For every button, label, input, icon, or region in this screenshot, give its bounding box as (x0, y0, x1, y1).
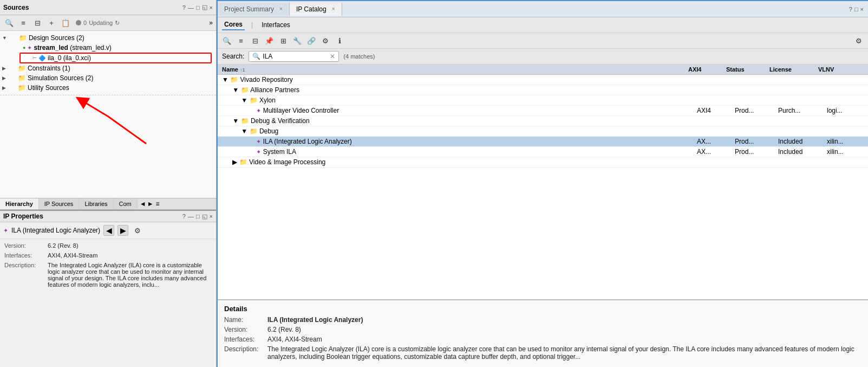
ip-prop-controls: ? — □ ◱ × (182, 213, 213, 220)
row-system-ila[interactable]: ✦ System ILA AX... Prod... Included xili… (218, 147, 868, 157)
ip-settings-gear[interactable]: ⚙ (853, 35, 865, 47)
details-name-value: ILA (Integrated Logic Analyzer) (267, 316, 862, 324)
properties-button[interactable]: 📋 (60, 17, 71, 29)
right-close-icon[interactable]: × (860, 6, 864, 12)
ip-version-label: Version: (4, 242, 48, 249)
status-dot-green: ● (23, 45, 25, 50)
ip-collapse-btn[interactable]: ≡ (235, 35, 247, 47)
tab-expand-icon[interactable]: ► (147, 200, 154, 208)
ip-interfaces-value: AXI4, AXI4-Stream (48, 252, 212, 259)
row-video-image[interactable]: ▶ 📁 Video & Image Processing (218, 157, 868, 168)
search-clear-icon[interactable]: ✕ (330, 53, 335, 60)
row-xylon[interactable]: ▼ 📁 Xylon (218, 95, 868, 106)
help-icon[interactable]: ? (182, 4, 186, 11)
ip-interfaces-row: Interfaces: AXI4, AXI4-Stream (4, 252, 212, 259)
sim-sources-arrow[interactable]: ▶ (2, 75, 6, 81)
status-indicator: 0 Updating ↻ (76, 20, 120, 27)
restore-icon[interactable]: □ (196, 4, 200, 11)
ip-close-icon[interactable]: × (210, 213, 213, 220)
simulation-sources-group[interactable]: ▶ 📁 Simulation Sources (2) (0, 73, 216, 83)
video-image-name: ▶ 📁 Video & Image Processing (218, 158, 695, 166)
row-debug-verification[interactable]: ▼ 📁 Debug & Verification (218, 116, 868, 126)
system-ila-name: ✦ System ILA (218, 148, 695, 156)
multilayer-name: ✦ Multilayer Video Controller (218, 107, 695, 114)
ip-description-label: Description: (4, 262, 48, 268)
tab-more-icon[interactable]: ◄ (140, 200, 146, 208)
ip-float-icon[interactable]: ◱ (202, 213, 207, 220)
refresh-icon[interactable]: ↻ (115, 20, 120, 27)
constraints-group[interactable]: ▶ 📁 Constraints (1) (0, 63, 216, 73)
row-alliance-partners[interactable]: ▼ 📁 Alliance Partners (218, 85, 868, 95)
video-image-label: Video & Image Processing (249, 158, 325, 166)
more-icon[interactable]: » (209, 19, 213, 27)
debug-ver-label: Debug & Verification (251, 117, 310, 125)
status-dot (76, 20, 81, 25)
ip-expand-btn[interactable]: ⊟ (249, 35, 261, 47)
collapse-all-button[interactable]: ≡ (17, 17, 29, 29)
design-sources-arrow[interactable]: ▼ (2, 35, 7, 41)
right-restore-icon[interactable]: □ (854, 6, 858, 12)
tab-com[interactable]: Com (114, 198, 138, 209)
tab-bar: Hierarchy IP Sources Libraries Com ◄ ► ≡ (0, 198, 216, 210)
ila0-item[interactable]: ⊢ 🔷 ila_0 (ila_0.xci) (19, 53, 212, 63)
multilayer-status: Prod... (733, 107, 776, 114)
ip-search-btn[interactable]: 🔍 (221, 35, 233, 47)
match-count: (4 matches) (343, 53, 375, 60)
ip-minimize-icon[interactable]: — (188, 213, 194, 220)
row-debug[interactable]: ▼ 📁 Debug (218, 126, 868, 137)
tab-ip-sources[interactable]: IP Sources (39, 198, 80, 209)
row-multilayer[interactable]: ✦ Multilayer Video Controller AXI4 Prod.… (218, 106, 868, 116)
ip-settings-btn[interactable]: ⚙ (132, 224, 143, 236)
expand-all-button[interactable]: ⊟ (31, 17, 43, 29)
tab-ip-catalog-close[interactable]: × (332, 6, 335, 12)
right-help-icon[interactable]: ? (849, 6, 852, 12)
ip-restore-icon[interactable]: □ (196, 213, 200, 220)
utility-sources-arrow[interactable]: ▶ (2, 85, 6, 91)
details-name-label: Name: (224, 316, 267, 324)
utility-sources-group[interactable]: ▶ 📁 Utility Sources (0, 83, 216, 93)
ip-search-input[interactable] (263, 53, 328, 60)
ip-link-btn[interactable]: 🔗 (305, 35, 317, 47)
status-count: 0 (83, 20, 87, 26)
ip-wrench-btn[interactable]: 🔧 (291, 35, 303, 47)
xylon-label: Xylon (259, 96, 276, 104)
ip-nav-back[interactable]: ◀ (103, 225, 114, 236)
ip-interfaces-label: Interfaces: (4, 252, 48, 259)
ip-grid-btn[interactable]: ⊞ (277, 35, 289, 47)
xylon-folder-icon: 📁 (250, 96, 259, 104)
ip-prop-item-row: ✦ ILA (Integrated Logic Analyzer) ◀ ▶ ⚙ (0, 222, 216, 239)
row-ila[interactable]: ✦ ILA (Integrated Logic Analyzer) AX... … (218, 137, 868, 147)
ip-pin-btn[interactable]: 📌 (263, 35, 275, 47)
tab-project-summary-close[interactable]: × (279, 6, 283, 12)
stream-led-item[interactable]: ● ✦ stream_led (stream_led.v) (0, 43, 216, 53)
nav-interfaces[interactable]: Interfaces (259, 20, 292, 30)
tab-hierarchy[interactable]: Hierarchy (0, 198, 39, 209)
right-panel-controls: ? □ × (845, 6, 868, 12)
nav-cores[interactable]: Cores (222, 20, 245, 30)
ip-prop-content: Version: 6.2 (Rev. 8) Interfaces: AXI4, … (0, 239, 216, 367)
debug-ver-name: ▼ 📁 Debug & Verification (218, 117, 695, 125)
ila-catalog-icon: ✦ (256, 138, 261, 145)
ip-nav-forward[interactable]: ▶ (118, 225, 128, 236)
float-icon[interactable]: ◱ (202, 4, 207, 11)
alliance-name: ▼ 📁 Alliance Partners (218, 86, 695, 94)
minimize-icon[interactable]: — (188, 4, 194, 11)
ip-help-icon[interactable]: ? (182, 213, 186, 220)
utility-sources-folder-icon: 📁 (18, 84, 26, 92)
close-icon[interactable]: × (210, 4, 213, 11)
details-interfaces-label: Interfaces: (224, 336, 267, 343)
sort-icon[interactable]: ↑1 (240, 67, 245, 73)
constraints-arrow[interactable]: ▶ (2, 66, 6, 71)
ila-license: Included (776, 138, 825, 145)
search-button[interactable]: 🔍 (3, 17, 15, 29)
tab-project-summary[interactable]: Project Summary × (218, 3, 290, 16)
details-interfaces-value: AXI4, AXI4-Stream (267, 336, 862, 343)
tab-libraries[interactable]: Libraries (79, 198, 113, 209)
tab-ip-catalog[interactable]: IP Catalog × (290, 3, 342, 16)
design-sources-group[interactable]: ▼ 📁 Design Sources (2) (0, 33, 216, 43)
add-button[interactable]: + (45, 17, 57, 29)
ip-gear-btn[interactable]: ⚙ (319, 35, 331, 47)
ip-info-btn[interactable]: ℹ (334, 35, 345, 47)
tab-menu-icon[interactable]: ≡ (156, 200, 160, 208)
row-vivado-repo[interactable]: ▼ 📁 Vivado Repository (218, 75, 868, 85)
